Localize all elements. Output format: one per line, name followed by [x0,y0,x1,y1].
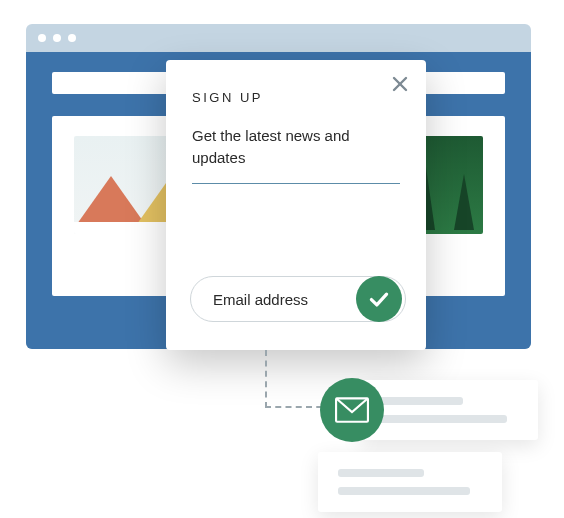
window-dot [53,34,61,42]
submit-button[interactable] [356,276,402,322]
mail-badge [320,378,384,442]
email-placeholder: Email address [213,291,308,308]
check-icon [366,286,392,312]
modal-title: SIGN UP [192,90,400,105]
message-card [318,452,502,512]
placeholder-line [338,469,424,477]
close-icon [390,74,410,94]
mail-icon [335,397,369,423]
window-dot [68,34,76,42]
window-dot [38,34,46,42]
signup-modal: SIGN UP Get the latest news and updates … [166,60,426,350]
placeholder-line [380,415,507,423]
browser-chrome [26,24,531,52]
message-card [360,380,538,440]
email-row: Email address [190,276,402,322]
divider [192,183,400,184]
placeholder-line [380,397,463,405]
close-button[interactable] [390,74,410,94]
modal-description: Get the latest news and updates [192,125,400,169]
placeholder-line [338,487,470,495]
